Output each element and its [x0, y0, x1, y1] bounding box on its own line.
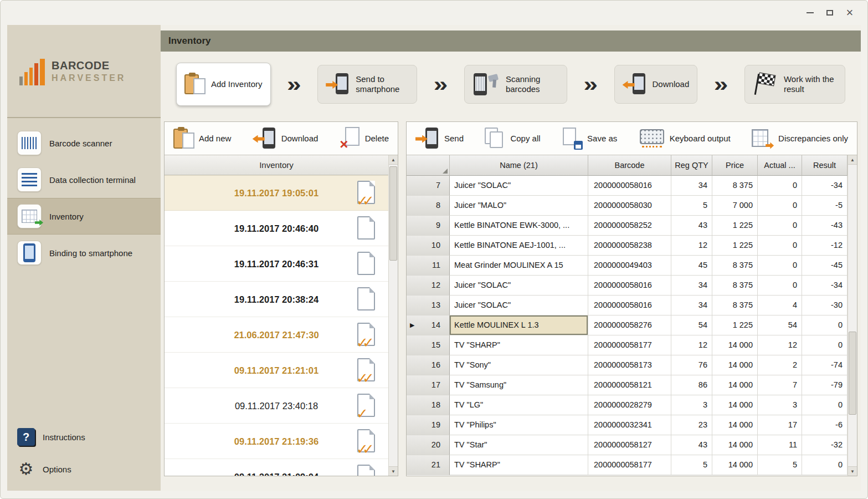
barcode-cell[interactable]: 2000000032341 — [588, 415, 671, 435]
select-all-corner[interactable] — [407, 155, 450, 176]
row-number-cell[interactable]: ▶ 19 — [407, 415, 450, 435]
barcode-cell[interactable]: 2000000049403 — [588, 256, 671, 276]
barcode-cell[interactable]: 2000000058127 — [588, 435, 671, 455]
actual-qty-cell[interactable]: 0 — [758, 276, 802, 296]
barcode-cell[interactable]: 2000000058121 — [588, 375, 671, 395]
actual-qty-cell[interactable]: 4 — [758, 296, 802, 315]
copy-all-button[interactable]: Copy all — [485, 128, 540, 150]
row-number-cell[interactable]: ▶ 13 — [407, 296, 450, 315]
actual-qty-cell[interactable]: 0 — [758, 236, 802, 256]
barcode-cell[interactable]: 2000000058177 — [588, 455, 671, 475]
row-number-cell[interactable]: ▶ 15 — [407, 335, 450, 355]
name-cell[interactable]: Juicer "SOLAC" — [450, 276, 588, 296]
reg-qty-cell[interactable]: 86 — [671, 375, 712, 395]
name-cell[interactable]: TV "Sony" — [450, 355, 588, 375]
result-cell[interactable]: 0 — [802, 335, 848, 355]
actual-qty-cell[interactable]: 7 — [758, 375, 802, 395]
actual-qty-cell[interactable]: 17 — [758, 415, 802, 435]
barcode-cell[interactable]: 2000000058276 — [588, 315, 671, 335]
table-row[interactable]: ▶ 15 TV "SHARP" 2000000058177 12 14 000 … — [407, 335, 848, 355]
barcode-cell[interactable]: 2000000028279 — [588, 395, 671, 415]
scroll-down-icon[interactable]: ▼ — [848, 466, 857, 476]
reg-qty-cell[interactable]: 43 — [671, 216, 712, 236]
price-cell[interactable]: 1 225 — [712, 236, 758, 256]
close-button[interactable]: × — [840, 4, 860, 21]
actual-qty-cell[interactable]: 12 — [758, 335, 802, 355]
price-cell[interactable]: 14 000 — [712, 375, 758, 395]
result-cell[interactable]: -32 — [802, 435, 848, 455]
result-cell[interactable]: -5 — [802, 196, 848, 216]
actual-qty-cell[interactable]: 54 — [758, 315, 802, 335]
table-row[interactable]: ▶ 18 TV "LG" 2000000028279 3 14 000 3 0 — [407, 395, 848, 415]
workflow-step-send-to-smartphone[interactable]: Send to smartphone — [317, 65, 417, 104]
result-cell[interactable]: 0 — [802, 395, 848, 415]
barcode-cell[interactable]: 2000000058016 — [588, 296, 671, 315]
inventory-list-item[interactable]: 19.11.2017 20:46:31 ✓ ✓ — [165, 246, 388, 282]
price-cell[interactable]: 8 375 — [712, 276, 758, 296]
table-row[interactable]: ▶ 7 Juicer "SOLAC" 2000000058016 34 8 37… — [407, 176, 848, 196]
column-header-result[interactable]: Result — [802, 155, 848, 176]
table-scrollbar[interactable]: ▲ ▼ — [848, 155, 857, 476]
row-number-cell[interactable]: ▶ 14 — [407, 315, 450, 335]
barcode-cell[interactable]: 2000000058252 — [588, 216, 671, 236]
price-cell[interactable]: 7 000 — [712, 196, 758, 216]
actual-qty-cell[interactable]: 5 — [758, 455, 802, 475]
actual-qty-cell[interactable]: 0 — [758, 216, 802, 236]
workflow-step-work-with-result[interactable]: Work with the result — [744, 65, 845, 104]
row-number-cell[interactable]: ▶ 17 — [407, 375, 450, 395]
sidebar-item-binding-to-smartphone[interactable]: Binding to smartphone — [7, 235, 161, 271]
delete-button[interactable]: × Delete — [340, 127, 389, 150]
column-header-barcode[interactable]: Barcode — [588, 155, 671, 176]
price-cell[interactable]: 14 000 — [712, 415, 758, 435]
scroll-down-icon[interactable]: ▼ — [389, 466, 398, 476]
name-cell[interactable]: Juicer "SOLAC" — [450, 176, 588, 196]
column-header-name[interactable]: Name (21) — [450, 155, 588, 176]
result-cell[interactable]: -79 — [802, 375, 848, 395]
inventory-list-item[interactable]: 21.06.2017 21:47:30 ✓ ✓ — [165, 317, 388, 353]
row-number-cell[interactable]: ▶ 11 — [407, 256, 450, 276]
result-cell[interactable]: -30 — [802, 296, 848, 315]
table-row[interactable]: ▶ 17 TV "Samsung" 2000000058121 86 14 00… — [407, 375, 848, 395]
row-number-cell[interactable]: ▶ 12 — [407, 276, 450, 296]
price-cell[interactable]: 14 000 — [712, 335, 758, 355]
table-row[interactable]: ▶ 10 Kettle BINATONE AEJ-1001, ... 20000… — [407, 236, 848, 256]
sidebar-item-barcode-scanner[interactable]: Barcode scanner — [7, 125, 161, 161]
result-cell[interactable]: -12 — [802, 236, 848, 256]
result-cell[interactable]: 0 — [802, 455, 848, 475]
sidebar-item-options[interactable]: ⚙ Options — [17, 453, 151, 485]
maximize-button[interactable] — [820, 4, 840, 21]
workflow-step-scanning-barcodes[interactable]: Scanning barcodes — [464, 65, 567, 104]
reg-qty-cell[interactable]: 12 — [671, 236, 712, 256]
result-cell[interactable]: -6 — [802, 415, 848, 435]
inventory-list-item[interactable]: 09.11.2017 21:21:01 ✓ ✓ — [165, 353, 388, 388]
send-button[interactable]: Send — [415, 127, 464, 150]
name-cell[interactable]: Kettle BINATONE AEJ-1001, ... — [450, 236, 588, 256]
row-number-cell[interactable]: ▶ 7 — [407, 176, 450, 196]
reg-qty-cell[interactable]: 34 — [671, 176, 712, 196]
table-row[interactable]: ▶ 12 Juicer "SOLAC" 2000000058016 34 8 3… — [407, 276, 848, 296]
actual-qty-cell[interactable]: 0 — [758, 176, 802, 196]
reg-qty-cell[interactable]: 23 — [671, 415, 712, 435]
result-cell[interactable]: -43 — [802, 216, 848, 236]
save-as-button[interactable]: Save as — [562, 128, 617, 150]
inventory-column-header[interactable]: Inventory — [165, 155, 388, 175]
sidebar-item-data-collection-terminal[interactable]: Data collection terminal — [7, 161, 161, 198]
table-row[interactable]: ▶ 16 TV "Sony" 2000000058173 76 14 000 2… — [407, 355, 848, 375]
price-cell[interactable]: 8 375 — [712, 296, 758, 315]
inventory-list-item[interactable]: 09.11.2017 21:09:04 ✓ ✓ — [165, 459, 388, 476]
table-row[interactable]: ▶ 9 Kettle BINATONE EWK-3000, ... 200000… — [407, 216, 848, 236]
scroll-up-icon[interactable]: ▲ — [389, 155, 398, 165]
result-cell[interactable]: -45 — [802, 256, 848, 276]
row-number-cell[interactable]: ▶ 10 — [407, 236, 450, 256]
name-cell[interactable]: TV "SHARP" — [450, 335, 588, 355]
inventory-list-item[interactable]: 19.11.2017 20:46:40 ✓ ✓ — [165, 211, 388, 246]
reg-qty-cell[interactable]: 54 — [671, 315, 712, 335]
inventory-list-item[interactable]: 19.11.2017 19:05:01 ✓ ✓ — [165, 175, 388, 211]
reg-qty-cell[interactable]: 34 — [671, 276, 712, 296]
price-cell[interactable]: 1 225 — [712, 216, 758, 236]
workflow-step-download[interactable]: Download — [614, 65, 698, 104]
result-cell[interactable]: -34 — [802, 276, 848, 296]
scroll-up-icon[interactable]: ▲ — [848, 155, 857, 165]
price-cell[interactable]: 14 000 — [712, 435, 758, 455]
price-cell[interactable]: 8 375 — [712, 256, 758, 276]
